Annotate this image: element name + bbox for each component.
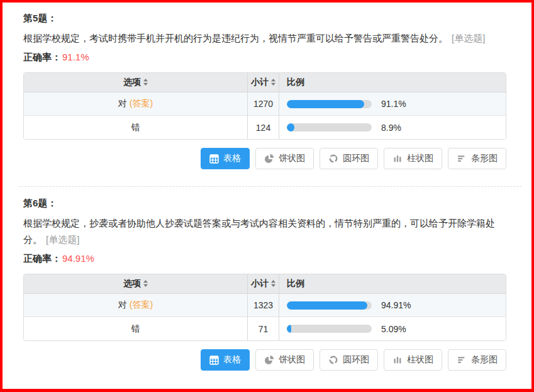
- button-label: 表格: [223, 153, 241, 164]
- option-cell: 对(答案): [24, 92, 248, 116]
- ratio-cell: 94.91%: [279, 300, 506, 310]
- question-text: 根据学校规定，抄袭或者协助他人抄袭试题答案或与考试内容相关资料的，情节特别严重的…: [23, 215, 509, 248]
- button-label: 条形图: [471, 354, 498, 366]
- table-row: 对(答案) 1323 94.91%: [24, 294, 506, 317]
- bar-chart-icon: [457, 355, 467, 365]
- button-label: 饼状图: [279, 153, 305, 164]
- ratio-bar-fill: [287, 100, 364, 108]
- sort-icon[interactable]: [143, 279, 148, 289]
- question-title: 第6题：: [23, 198, 509, 210]
- table-view-button[interactable]: 表格: [201, 148, 250, 169]
- button-label: 条形图: [471, 153, 498, 164]
- bar-chart-icon: [457, 154, 467, 164]
- button-label: 柱状图: [407, 153, 433, 164]
- option-cell: 错: [24, 317, 248, 340]
- question-block-5: 第5题： 根据学校规定，考试时携带手机并开机的行为是违纪行为，视情节严重可以给予…: [23, 13, 509, 169]
- ratio-bar-track: [287, 325, 372, 333]
- ratio-percent-label: 91.1%: [381, 99, 406, 109]
- option-label: 错: [131, 323, 140, 333]
- chart-type-toolbar: 表格 饼状图 圆环图 柱状图 条形图: [23, 349, 506, 371]
- table-header-row: 选项 小计 比例: [24, 274, 506, 294]
- ratio-bar-fill: [287, 123, 294, 132]
- option-label: 对: [118, 98, 127, 108]
- pie-chart-button[interactable]: 饼状图: [255, 349, 314, 371]
- header-count[interactable]: 小计: [248, 73, 279, 92]
- accuracy-line: 正确率：91.1%: [23, 52, 509, 64]
- accuracy-label: 正确率：: [23, 253, 61, 264]
- accuracy-label: 正确率：: [23, 52, 61, 62]
- donut-chart-button[interactable]: 圆环图: [320, 148, 378, 169]
- question-block-6: 第6题： 根据学校规定，抄袭或者协助他人抄袭试题答案或与考试内容相关资料的，情节…: [23, 198, 509, 371]
- option-label: 错: [131, 122, 140, 132]
- count-cell: 1270: [248, 92, 279, 116]
- question-text-body: 根据学校规定，考试时携带手机并开机的行为是违纪行为，视情节严重可以给予警告或严重…: [23, 33, 448, 43]
- ratio-cell: 8.9%: [279, 123, 506, 133]
- ratio-percent-label: 5.09%: [381, 324, 406, 334]
- donut-chart-icon: [328, 355, 338, 365]
- count-cell: 124: [248, 116, 279, 139]
- ratio-cell: 5.09%: [279, 324, 506, 334]
- button-label: 柱状图: [407, 354, 433, 366]
- column-chart-button[interactable]: 柱状图: [384, 349, 442, 371]
- column-chart-button[interactable]: 柱状图: [384, 148, 442, 169]
- accuracy-value: 91.1%: [62, 52, 89, 62]
- question-type-tag: [单选题]: [46, 234, 79, 245]
- header-ratio: 比例: [279, 73, 506, 92]
- question-text: 根据学校规定，考试时携带手机并开机的行为是违纪行为，视情节严重可以给予警告或严重…: [23, 30, 509, 47]
- table-row: 错 71 5.09%: [24, 317, 506, 340]
- header-option[interactable]: 选项: [24, 73, 248, 92]
- donut-chart-button[interactable]: 圆环图: [320, 349, 378, 371]
- bar-chart-button[interactable]: 条形图: [448, 349, 506, 371]
- question-text-body: 根据学校规定，抄袭或者协助他人抄袭试题答案或与考试内容相关资料的，情节特别严重的…: [23, 218, 495, 245]
- header-count-label: 小计: [251, 278, 269, 288]
- table-header-row: 选项 小计 比例: [24, 73, 506, 92]
- button-label: 饼状图: [279, 354, 305, 366]
- accuracy-value: 94.91%: [62, 253, 94, 264]
- header-count[interactable]: 小计: [248, 274, 279, 294]
- option-cell: 错: [24, 116, 248, 139]
- ratio-bar-track: [287, 301, 372, 310]
- ratio-percent-label: 94.91%: [381, 300, 411, 310]
- ratio-bar-track: [287, 100, 372, 108]
- sort-icon[interactable]: [271, 77, 275, 87]
- answer-tag: (答案): [130, 300, 153, 310]
- header-ratio: 比例: [279, 274, 506, 294]
- question-title: 第5题：: [23, 13, 509, 25]
- pie-chart-icon: [264, 355, 274, 365]
- ratio-cell: 91.1%: [279, 99, 506, 109]
- table-view-button[interactable]: 表格: [201, 349, 250, 371]
- button-label: 圆环图: [343, 354, 369, 366]
- ratio-bar-track: [287, 123, 372, 132]
- ratio-percent-label: 8.9%: [381, 123, 401, 133]
- pie-chart-icon: [264, 154, 274, 164]
- count-cell: 1323: [248, 294, 279, 317]
- header-count-label: 小计: [251, 77, 269, 87]
- results-table: 选项 小计 比例 对(答案) 1270: [23, 72, 506, 140]
- option-cell: 对(答案): [24, 294, 248, 317]
- table-icon: [209, 356, 219, 365]
- table-icon: [209, 154, 219, 164]
- ratio-bar-fill: [287, 301, 367, 310]
- column-chart-icon: [392, 154, 403, 164]
- bar-chart-button[interactable]: 条形图: [448, 148, 506, 169]
- button-label: 圆环图: [343, 153, 369, 164]
- page-frame: 第5题： 根据学校规定，考试时携带手机并开机的行为是违纪行为，视情节严重可以给予…: [0, 0, 534, 392]
- header-option-label: 选项: [123, 278, 141, 288]
- sort-icon[interactable]: [143, 77, 148, 87]
- table-row: 对(答案) 1270 91.1%: [24, 92, 506, 116]
- button-label: 表格: [223, 354, 241, 366]
- chart-type-toolbar: 表格 饼状图 圆环图 柱状图 条形图: [23, 148, 506, 169]
- answer-tag: (答案): [130, 98, 153, 108]
- accuracy-line: 正确率：94.91%: [23, 253, 509, 265]
- results-table: 选项 小计 比例 对(答案) 1323: [23, 274, 506, 341]
- table-row: 错 124 8.9%: [24, 116, 506, 139]
- pie-chart-button[interactable]: 饼状图: [255, 148, 314, 169]
- column-chart-icon: [392, 355, 403, 365]
- sort-icon[interactable]: [271, 279, 275, 289]
- header-option-label: 选项: [123, 77, 141, 87]
- question-type-tag: [单选题]: [452, 33, 485, 43]
- survey-results-content: 第5题： 根据学校规定，考试时携带手机并开机的行为是违纪行为，视情节严重可以给予…: [3, 3, 531, 371]
- header-option[interactable]: 选项: [24, 274, 248, 294]
- option-label: 对: [118, 300, 127, 310]
- section-divider: [18, 186, 521, 187]
